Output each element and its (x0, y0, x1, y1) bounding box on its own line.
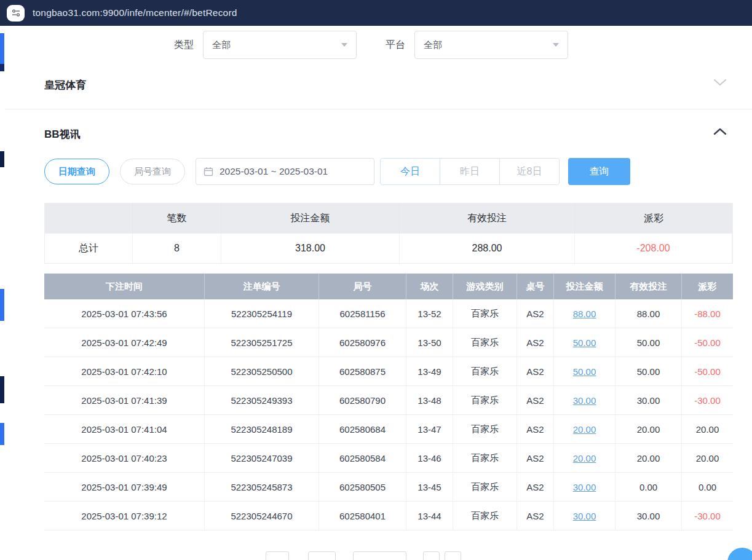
cell-bet-no: 522305251725 (205, 328, 319, 357)
header-game-type: 游戏类别 (453, 274, 517, 299)
header-payout: 派彩 (682, 274, 733, 299)
summary-count-value: 8 (133, 234, 221, 263)
cell-table-no: AS2 (517, 299, 554, 328)
cell-valid-bet: 20.00 (615, 444, 682, 472)
table-row: 2025-03-01 07:39:12522305244670602580401… (44, 502, 733, 530)
cell-bet-amount[interactable]: 20.00 (554, 444, 615, 472)
bet-amount-link[interactable]: 30.00 (573, 482, 596, 492)
bet-amount-link[interactable]: 20.00 (573, 424, 596, 435)
pagination-page-button[interactable] (308, 551, 336, 560)
cell-game-type: 百家乐 (453, 415, 517, 443)
floating-action-button[interactable] (727, 548, 752, 560)
bet-records-table: 下注时间 注单编号 局号 场次 游戏类别 桌号 投注金额 有效投注 派彩 202… (44, 274, 733, 530)
today-button[interactable]: 今日 (380, 158, 440, 185)
table-row: 2025-03-01 07:39:49522305245873602580505… (44, 473, 733, 502)
table-row: 2025-03-01 07:41:04522305248189602580684… (44, 415, 733, 444)
cell-table-no: AS2 (517, 502, 554, 530)
cell-valid-bet: 50.00 (615, 357, 682, 385)
summary-header-bet-amount: 投注金额 (221, 203, 400, 233)
summary-header-blank (45, 203, 133, 233)
address-url[interactable]: tongbao31.com:9900/infe/mcenter/#/betRec… (33, 7, 237, 18)
cell-valid-bet: 30.00 (615, 386, 682, 414)
summary-header-valid-bet: 有效投注 (400, 203, 575, 233)
round-query-tab[interactable]: 局号查询 (120, 159, 185, 184)
cell-valid-bet: 30.00 (615, 502, 682, 530)
cell-payout: 0.00 (682, 473, 733, 501)
cell-bet-amount[interactable]: 30.00 (554, 386, 615, 414)
date-query-tab[interactable]: 日期查询 (44, 159, 109, 184)
last-8-days-button[interactable]: 近8日 (499, 158, 560, 185)
bet-amount-link[interactable]: 50.00 (573, 337, 596, 348)
bet-table-body: 2025-03-01 07:43:56522305254119602581156… (44, 299, 733, 530)
cell-bet-amount[interactable]: 50.00 (554, 357, 615, 385)
table-row: 2025-03-01 07:41:39522305249393602580790… (44, 386, 733, 415)
table-row: 2025-03-01 07:40:23522305247039602580584… (44, 444, 733, 473)
summary-total-label: 总计 (45, 234, 133, 263)
cell-bet-no: 522305249393 (205, 386, 319, 414)
bet-amount-link[interactable]: 30.00 (573, 395, 596, 406)
pagination-button[interactable] (423, 551, 440, 560)
query-controls: 日期查询 局号查询 2025-03-01 ~ 2025-03-01 今日 昨日 … (44, 158, 733, 185)
background-sliver (0, 423, 4, 445)
cell-bet-amount[interactable]: 88.00 (554, 299, 615, 328)
cell-table-no: AS2 (517, 415, 554, 443)
cell-round-no: 602581156 (319, 299, 406, 328)
cell-bet-amount[interactable]: 30.00 (554, 502, 615, 530)
cell-session: 13-52 (406, 299, 453, 328)
background-sliver (0, 151, 4, 167)
cell-time: 2025-03-01 07:43:56 (44, 299, 205, 328)
section-crown-sports-title: 皇冠体育 (44, 78, 86, 92)
cell-table-no: AS2 (517, 386, 554, 414)
background-sliver (0, 64, 4, 71)
pagination-button[interactable] (445, 551, 461, 560)
cell-round-no: 602580684 (319, 415, 406, 443)
cell-table-no: AS2 (517, 473, 554, 501)
cell-payout: -88.00 (682, 299, 733, 328)
cell-session: 13-44 (406, 502, 453, 530)
cell-time: 2025-03-01 07:39:49 (44, 473, 205, 501)
background-sliver (0, 33, 4, 64)
cell-payout: -50.00 (682, 357, 733, 385)
cell-payout: 20.00 (682, 444, 733, 472)
cell-table-no: AS2 (517, 328, 554, 357)
tune-icon (11, 8, 21, 18)
calendar-icon (204, 167, 213, 176)
cell-time: 2025-03-01 07:42:10 (44, 357, 205, 385)
pagination-prev-button[interactable] (266, 551, 289, 560)
cell-time: 2025-03-01 07:40:23 (44, 444, 205, 472)
yesterday-button[interactable]: 昨日 (440, 158, 500, 185)
cell-valid-bet: 50.00 (615, 328, 682, 357)
section-divider (5, 109, 752, 109)
bet-amount-link[interactable]: 88.00 (573, 309, 596, 319)
cell-payout: -30.00 (682, 386, 733, 414)
type-label: 类型 (174, 39, 194, 52)
cell-game-type: 百家乐 (453, 502, 517, 530)
cell-bet-amount[interactable]: 50.00 (554, 328, 615, 357)
background-sliver (0, 376, 4, 403)
cell-payout: -50.00 (682, 328, 733, 357)
pagination-size-select[interactable] (353, 551, 406, 560)
site-settings-icon[interactable] (7, 5, 25, 22)
cell-table-no: AS2 (517, 357, 554, 385)
date-range-input[interactable]: 2025-03-01 ~ 2025-03-01 (196, 158, 374, 185)
platform-label: 平台 (386, 39, 405, 52)
chevron-down-icon (553, 43, 559, 47)
bb-section-collapse-toggle[interactable] (713, 128, 727, 135)
cell-round-no: 602580584 (319, 444, 406, 472)
platform-select[interactable]: 全部 (414, 31, 568, 59)
bet-amount-link[interactable]: 50.00 (573, 366, 596, 377)
bet-amount-link[interactable]: 20.00 (573, 453, 596, 463)
header-session: 场次 (406, 274, 453, 299)
type-select[interactable]: 全部 (203, 31, 357, 59)
quick-range-group: 今日 昨日 近8日 (380, 158, 560, 185)
cell-game-type: 百家乐 (453, 473, 517, 501)
summary-payout-value: -208.00 (575, 234, 732, 263)
header-bet-time: 下注时间 (44, 274, 205, 299)
bet-amount-link[interactable]: 30.00 (573, 511, 596, 521)
cell-bet-amount[interactable]: 20.00 (554, 415, 615, 443)
cell-round-no: 602580505 (319, 473, 406, 501)
search-button[interactable]: 查询 (568, 158, 630, 185)
cell-bet-amount[interactable]: 30.00 (554, 473, 615, 501)
crown-section-collapse-toggle[interactable] (713, 79, 727, 86)
platform-select-value: 全部 (424, 39, 553, 51)
